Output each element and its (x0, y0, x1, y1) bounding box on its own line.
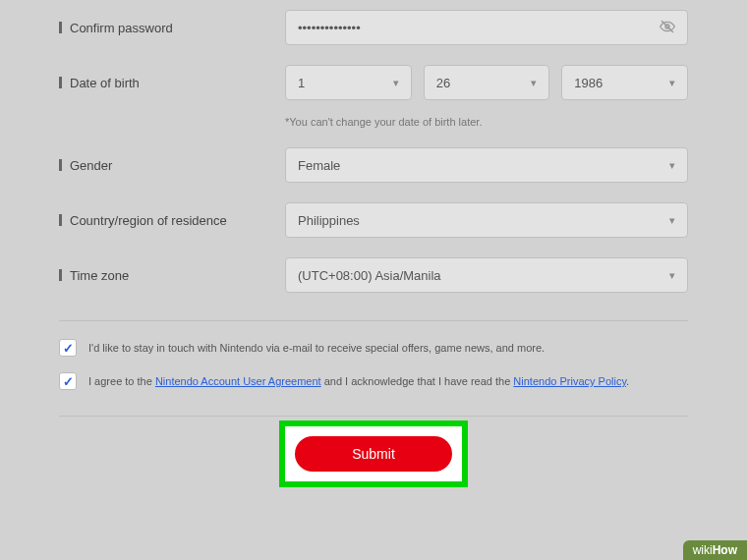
newsletter-checkbox[interactable]: ✓ (59, 339, 77, 357)
field-marker-icon (59, 77, 62, 88)
dob-year-value: 1986 (574, 76, 603, 90)
gender-select[interactable]: Female ▾ (285, 147, 688, 183)
chevron-down-icon: ▾ (669, 214, 675, 227)
country-row: Country/region of residence Philippines … (59, 193, 688, 248)
label-text: Country/region of residence (70, 213, 227, 228)
field-marker-icon (59, 22, 62, 33)
field-marker-icon (59, 269, 62, 281)
registration-form: Confirm password •••••••••••••• Date of … (0, 0, 747, 481)
agreement-text: I agree to the Nintendo Account User Agr… (88, 375, 629, 387)
dob-month-value: 26 (436, 76, 450, 90)
field-marker-icon (59, 159, 62, 171)
divider (59, 320, 688, 321)
submit-button[interactable]: Submit (295, 436, 452, 472)
newsletter-row: ✓ I'd like to stay in touch with Nintend… (59, 331, 688, 364)
chevron-down-icon: ▾ (531, 77, 537, 89)
dob-note: *You can't change your date of birth lat… (285, 116, 688, 128)
agreement-row: ✓ I agree to the Nintendo Account User A… (59, 364, 688, 398)
agreement-mid: and I acknowledge that I have read the (321, 375, 514, 387)
user-agreement-link[interactable]: Nintendo Account User Agreement (155, 375, 321, 387)
password-value: •••••••••••••• (298, 21, 361, 35)
country-select[interactable]: Philippines ▾ (285, 202, 688, 238)
country-label: Country/region of residence (59, 213, 285, 228)
eye-off-icon[interactable] (660, 19, 675, 37)
chevron-down-icon: ▾ (669, 159, 675, 172)
confirm-password-input[interactable]: •••••••••••••• (285, 10, 688, 45)
dob-year-select[interactable]: 1986 ▾ (561, 65, 688, 100)
gender-row: Gender Female ▾ (59, 138, 688, 193)
timezone-label: Time zone (59, 268, 285, 283)
watermark-prefix: wiki (693, 543, 713, 557)
submit-label: Submit (352, 446, 395, 462)
country-value: Philippines (298, 213, 360, 228)
chevron-down-icon: ▾ (393, 77, 399, 89)
agreement-suffix: . (626, 375, 629, 387)
privacy-policy-link[interactable]: Nintendo Privacy Policy (513, 375, 626, 387)
dob-day-value: 1 (298, 76, 305, 90)
chevron-down-icon: ▾ (669, 269, 675, 282)
dob-label: Date of birth (59, 76, 285, 90)
timezone-select[interactable]: (UTC+08:00) Asia/Manila ▾ (285, 257, 688, 293)
agreement-checkbox[interactable]: ✓ (59, 372, 77, 390)
confirm-password-label: Confirm password (59, 21, 285, 35)
field-marker-icon (59, 214, 62, 226)
dob-row: Date of birth 1 ▾ 26 ▾ 1986 ▾ (59, 55, 688, 110)
submit-highlight-wrap: Submit (285, 426, 462, 481)
gender-value: Female (298, 158, 340, 173)
label-text: Date of birth (70, 76, 140, 90)
timezone-value: (UTC+08:00) Asia/Manila (298, 268, 441, 283)
confirm-password-row: Confirm password •••••••••••••• (59, 0, 688, 55)
chevron-down-icon: ▾ (669, 77, 675, 89)
watermark-suffix: How (713, 543, 737, 557)
label-text: Gender (70, 158, 112, 173)
agreement-prefix: I agree to the (88, 375, 155, 387)
newsletter-text: I'd like to stay in touch with Nintendo … (88, 342, 545, 354)
dob-day-select[interactable]: 1 ▾ (285, 65, 412, 100)
divider (59, 416, 688, 417)
dob-month-select[interactable]: 26 ▾ (424, 65, 550, 100)
gender-label: Gender (59, 158, 285, 173)
wikihow-watermark: wikiHow (683, 540, 747, 560)
timezone-row: Time zone (UTC+08:00) Asia/Manila ▾ (59, 248, 688, 303)
label-text: Time zone (70, 268, 129, 283)
label-text: Confirm password (70, 21, 173, 35)
